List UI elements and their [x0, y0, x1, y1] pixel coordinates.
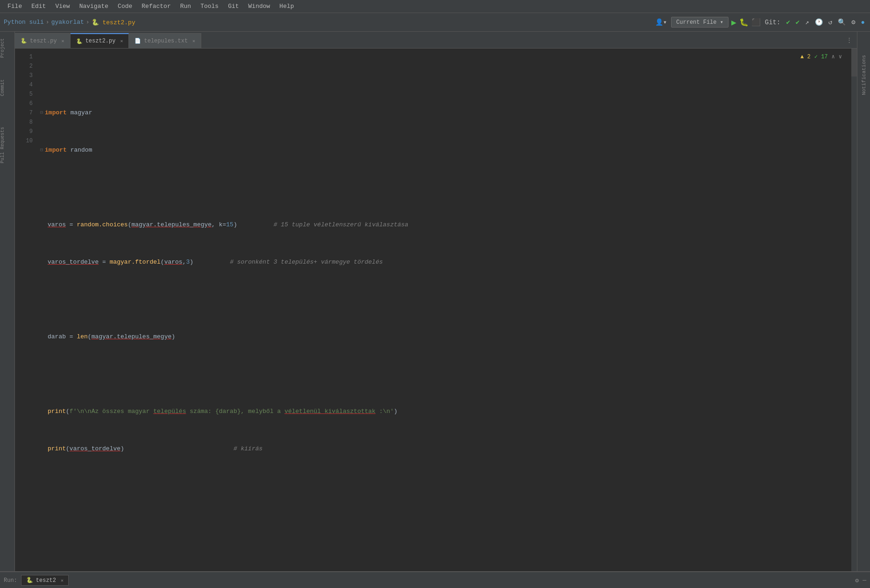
- code-line-8: [40, 370, 848, 379]
- code-editor[interactable]: 12345 678910 ▲ 2 ✓ 17 ∧ ∨ ⊟import magyar…: [15, 49, 857, 571]
- menu-run[interactable]: Run: [177, 2, 195, 11]
- line-numbers: 12345 678910: [15, 49, 38, 571]
- tab-telepules-txt[interactable]: 📄 telepules.txt ✕: [129, 33, 201, 48]
- tab-label-telepules: telepules.txt: [144, 38, 188, 44]
- tabs-more-button[interactable]: ⋮: [842, 36, 857, 44]
- menu-help[interactable]: Help: [276, 2, 297, 11]
- code-line-2: ⊟import random: [40, 146, 848, 155]
- tab-icon-teszt2: 🐍: [76, 38, 83, 44]
- sidebar-item-project[interactable]: Project: [0, 35, 14, 61]
- git-check2-icon[interactable]: ✔: [794, 18, 801, 26]
- fold-icon-2[interactable]: ⊟: [40, 146, 43, 155]
- run-file-icon: 🐍: [26, 577, 33, 584]
- git-label: Git:: [764, 19, 782, 26]
- menu-edit[interactable]: Edit: [28, 2, 50, 11]
- run-settings-icon[interactable]: ⚙: [855, 577, 859, 584]
- tab-teszt-py[interactable]: 🐍 teszt.py ✕: [15, 33, 71, 48]
- run-file-close[interactable]: ✕: [61, 578, 64, 583]
- code-line-1: ⊟import magyar: [40, 108, 848, 118]
- code-line-9: print(f'\n\nAz összes magyar település s…: [40, 407, 848, 416]
- run-file-name: teszt2: [36, 577, 56, 584]
- breadcrumb-project[interactable]: Python suli: [4, 19, 44, 26]
- minimap-thumb: [851, 49, 857, 77]
- git-history-icon[interactable]: 🕐: [813, 18, 824, 26]
- menu-view[interactable]: View: [51, 2, 73, 11]
- menu-bar: File Edit View Navigate Code Refactor Ru…: [0, 0, 870, 13]
- menu-tools[interactable]: Tools: [197, 2, 222, 11]
- menu-file[interactable]: File: [4, 2, 26, 11]
- code-line-4: varos = random.choices(magyar.telepules_…: [40, 220, 848, 230]
- menu-git[interactable]: Git: [224, 2, 242, 11]
- sidebar-item-commit[interactable]: Commit: [0, 77, 14, 99]
- breadcrumb: Python suli › gyakorlat › 🐍 teszt2.py: [4, 19, 135, 26]
- git-revert-icon[interactable]: ↺: [827, 18, 834, 26]
- tab-close-telepules[interactable]: ✕: [192, 38, 195, 44]
- code-line-10: print(varos_tordelve) # kiírás: [40, 444, 848, 454]
- minimap-scrollbar[interactable]: [851, 49, 857, 571]
- tab-close-teszt2[interactable]: ✕: [120, 38, 123, 44]
- toolbar: Python suli › gyakorlat › 🐍 teszt2.py 👤▾…: [0, 13, 870, 32]
- run-file-tab[interactable]: 🐍 teszt2 ✕: [21, 575, 69, 586]
- fold-icon-1[interactable]: ⊟: [40, 108, 43, 118]
- tabs-bar: 🐍 teszt.py ✕ 🐍 teszt2.py ✕ 📄 telepules.t…: [15, 32, 857, 49]
- breadcrumb-file[interactable]: 🐍 teszt2.py: [92, 19, 135, 26]
- stop-button[interactable]: ⬛: [751, 18, 761, 27]
- main-layout: Project Commit Pull Requests 🐍 teszt.py …: [0, 32, 870, 571]
- run-minimize-icon[interactable]: —: [863, 577, 866, 584]
- notifications-panel[interactable]: Notifications: [861, 50, 867, 100]
- current-file-dropdown[interactable]: Current File ▾: [671, 17, 729, 28]
- left-sidebar: Project Commit Pull Requests: [0, 32, 15, 571]
- menu-navigate[interactable]: Navigate: [76, 2, 112, 11]
- right-sidebar: Notifications: [857, 32, 870, 571]
- code-line-3: [40, 183, 848, 192]
- tab-icon-telepules: 📄: [134, 38, 141, 44]
- search-icon[interactable]: 🔍: [836, 18, 847, 26]
- editor-container: 🐍 teszt.py ✕ 🐍 teszt2.py ✕ 📄 telepules.t…: [15, 32, 857, 571]
- tab-label-teszt: teszt.py: [30, 38, 57, 44]
- git-check-icon[interactable]: ✔: [785, 18, 791, 26]
- tab-teszt2-py[interactable]: 🐍 teszt2.py ✕: [71, 33, 129, 48]
- tab-close-teszt[interactable]: ✕: [62, 38, 64, 44]
- run-button[interactable]: ▶: [731, 17, 736, 28]
- menu-window[interactable]: Window: [245, 2, 274, 11]
- ok-count: ✓ 17: [814, 52, 828, 62]
- settings-icon[interactable]: ⚙: [850, 18, 856, 26]
- menu-refactor[interactable]: Refactor: [138, 2, 174, 11]
- tab-label-teszt2: teszt2.py: [85, 38, 116, 44]
- jetbrains-icon[interactable]: ●: [860, 19, 866, 26]
- warning-count: ▲ 2: [800, 52, 811, 62]
- debug-button[interactable]: 🐛: [739, 18, 749, 27]
- profile-icon[interactable]: 👤▾: [654, 18, 668, 26]
- git-push-icon[interactable]: ↗: [804, 18, 810, 26]
- bottom-panel: Run: 🐍 teszt2 ✕ ⚙ — ▶ ↑ ↓ 🔧 ≡▾ ⏎ ⊞ 🖨 📌 🗑…: [0, 571, 870, 588]
- chevron-down-icon[interactable]: ∨: [839, 52, 842, 62]
- tab-icon-teszt: 🐍: [21, 38, 27, 44]
- code-line-6: [40, 295, 848, 304]
- editor-info-bar: ▲ 2 ✓ 17 ∧ ∨: [800, 52, 842, 62]
- run-header: Run: 🐍 teszt2 ✕ ⚙ —: [0, 572, 870, 588]
- menu-code[interactable]: Code: [114, 2, 136, 11]
- breadcrumb-folder[interactable]: gyakorlat: [51, 19, 84, 26]
- run-label: Run:: [4, 577, 17, 584]
- chevron-up-icon[interactable]: ∧: [832, 52, 835, 62]
- sidebar-item-pull-requests[interactable]: Pull Requests: [0, 124, 14, 166]
- code-content[interactable]: ▲ 2 ✓ 17 ∧ ∨ ⊟import magyar ⊟import rand…: [38, 49, 851, 571]
- code-line-7: darab = len(magyar.telepules_megye): [40, 332, 848, 342]
- code-line-5: varos_tordelve = magyar.ftordel(varos,3)…: [40, 258, 848, 267]
